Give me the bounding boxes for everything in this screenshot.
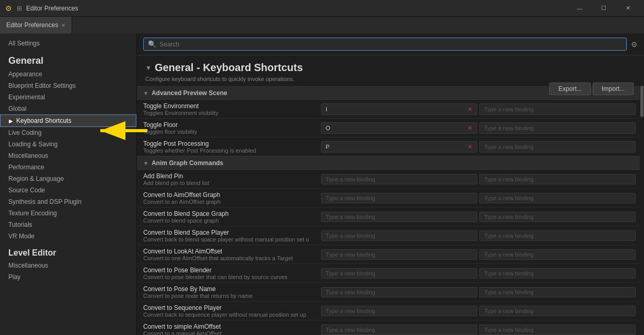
binding-input-2[interactable]: Type a new binding: [479, 193, 636, 203]
shortcut-info: Convert to simple AimOffset Convert to a…: [143, 323, 321, 336]
binding-input-1[interactable]: Type a new binding: [321, 268, 477, 279]
sidebar-item-experimental[interactable]: Experimental: [0, 91, 136, 103]
minimize-button[interactable]: —: [568, 0, 592, 17]
binding-value: I: [326, 106, 465, 112]
shortcut-bindings: O ✕ Type a new binding: [321, 122, 636, 134]
binding-input-1[interactable]: Type a new binding: [321, 287, 477, 297]
binding-input-2[interactable]: Type a new binding: [479, 287, 636, 297]
binding-input-2[interactable]: Type a new binding: [479, 268, 636, 279]
clear-binding-button[interactable]: ✕: [467, 124, 473, 132]
sidebar-all-settings[interactable]: All Settings: [0, 38, 136, 51]
binding-input-2[interactable]: Type a new binding: [479, 122, 636, 134]
sidebar-item-label: Global: [8, 105, 27, 112]
clear-binding-button[interactable]: ✕: [467, 143, 473, 151]
binding-input-1[interactable]: Type a new binding: [321, 325, 477, 335]
binding-placeholder: Type a new binding: [326, 308, 375, 314]
binding-input-2[interactable]: Type a new binding: [479, 249, 636, 260]
binding-placeholder: Type a new binding: [484, 125, 534, 131]
binding-input-2[interactable]: Type a new binding: [479, 103, 636, 115]
sidebar-item-level-editor-misc[interactable]: Miscellaneous: [0, 260, 136, 271]
binding-placeholder: Type a new binding: [326, 214, 375, 220]
sidebar-item-live-coding[interactable]: Live Coding: [0, 127, 136, 138]
sidebar-item-label: Live Coding: [8, 129, 41, 136]
search-icon: 🔍: [148, 40, 156, 48]
sidebar-item-label: Source Code: [8, 187, 45, 194]
binding-placeholder: Type a new binding: [326, 251, 375, 258]
shortcut-desc: Toggles floor visibility: [143, 129, 321, 135]
binding-input-1[interactable]: Type a new binding: [321, 230, 477, 241]
sidebar-item-source-code[interactable]: Source Code: [0, 184, 136, 196]
window-close-button[interactable]: ✕: [616, 0, 640, 17]
binding-input-2[interactable]: Type a new binding: [479, 212, 636, 222]
shortcut-info: Convert to Sequence Player Convert back …: [143, 304, 321, 318]
binding-placeholder: Type a new binding: [326, 289, 375, 295]
section-title: Anim Graph Commands: [152, 159, 223, 167]
page-title: General - Keyboard Shortcuts: [155, 62, 303, 74]
binding-input-2[interactable]: Type a new binding: [479, 141, 636, 153]
sidebar-item-label: Synthesis and DSP Plugin: [8, 198, 82, 205]
binding-input-2[interactable]: Type a new binding: [479, 230, 636, 241]
tab-close-button[interactable]: ✕: [61, 22, 65, 28]
sidebar-item-synthesis-dsp[interactable]: Synthesis and DSP Plugin: [0, 196, 136, 207]
page-title-collapse-icon[interactable]: ▼: [145, 64, 152, 72]
settings-gear-icon[interactable]: ⚙: [631, 40, 638, 49]
editor-preferences-tab[interactable]: Editor Preferences ✕: [0, 17, 72, 33]
binding-input-1[interactable]: Type a new binding: [321, 212, 477, 222]
shortcut-name: Convert to simple AimOffset: [143, 323, 321, 330]
sidebar-item-texture-encoding[interactable]: Texture Encoding: [0, 207, 136, 219]
clear-binding-button[interactable]: ✕: [467, 106, 473, 113]
shortcut-info: Convert to Pose By Name Convert to pose …: [143, 285, 321, 299]
sidebar-item-miscellaneous[interactable]: Miscellaneous: [0, 150, 136, 161]
binding-placeholder: Type a new binding: [484, 251, 534, 258]
binding-value: O: [326, 125, 465, 131]
search-input[interactable]: [159, 41, 622, 48]
import-button[interactable]: Import...: [593, 83, 634, 95]
shortcut-toggle-environment: Toggle Environment Toggles Environment v…: [137, 100, 642, 119]
sidebar-item-appearance[interactable]: Appearance: [0, 68, 136, 80]
section-collapse-icon[interactable]: ▼: [143, 160, 148, 166]
sidebar-item-label: Keyboard Shortcuts: [16, 117, 71, 124]
scrollbar-thumb[interactable]: [640, 86, 643, 117]
sidebar-item-label: Blueprint Editor Settings: [8, 82, 76, 89]
export-button[interactable]: Export...: [549, 83, 591, 95]
binding-input-2[interactable]: Type a new binding: [479, 325, 636, 335]
binding-input-1[interactable]: P ✕: [321, 141, 477, 153]
shortcut-desc: Toggles Environment visibility: [143, 110, 321, 116]
binding-input-1[interactable]: Type a new binding: [321, 306, 477, 316]
sidebar-item-tutorials[interactable]: Tutorials: [0, 219, 136, 230]
shortcut-name: Convert to Pose By Name: [143, 285, 321, 293]
shortcut-bindings: Type a new binding Type a new binding: [321, 306, 636, 316]
sidebar-item-play[interactable]: Play: [0, 271, 136, 283]
sidebar-item-keyboard-shortcuts[interactable]: ▶ Keyboard Shortcuts: [0, 114, 136, 127]
shortcuts-content: ▼ Advanced Preview Scene Toggle Environm…: [137, 86, 644, 335]
binding-input-1[interactable]: Type a new binding: [321, 174, 477, 184]
app-icon: ⚙: [4, 4, 13, 13]
sidebar-item-region-language[interactable]: Region & Language: [0, 173, 136, 184]
section-collapse-icon[interactable]: ▼: [143, 90, 148, 96]
binding-input-1[interactable]: Type a new binding: [321, 249, 477, 260]
sidebar-item-label: Appearance: [8, 71, 42, 78]
title-bar-text: Editor Preferences: [26, 5, 564, 12]
shortcut-info: Add Blend Pin Add blend pin to blend lis…: [143, 172, 321, 186]
binding-input-1[interactable]: I ✕: [321, 103, 477, 115]
sidebar-item-global[interactable]: Global: [0, 103, 136, 114]
search-input-wrapper[interactable]: 🔍: [143, 38, 627, 51]
shortcut-info: Toggle Post Processing Toggles whether P…: [143, 140, 321, 154]
sidebar-item-performance[interactable]: Performance: [0, 161, 136, 173]
binding-placeholder: Type a new binding: [484, 176, 534, 182]
sidebar-item-vr-mode[interactable]: VR Mode: [0, 230, 136, 242]
sidebar-item-label: Texture Encoding: [8, 210, 57, 217]
binding-placeholder: Type a new binding: [326, 195, 375, 201]
binding-input-1[interactable]: O ✕: [321, 122, 477, 134]
binding-placeholder: Type a new binding: [484, 144, 534, 150]
binding-placeholder: Type a new binding: [326, 176, 375, 182]
binding-input-1[interactable]: Type a new binding: [321, 193, 477, 203]
sidebar-item-loading-saving[interactable]: Loading & Saving: [0, 138, 136, 150]
content-area: 🔍 ⚙ ▼ General - Keyboard Shortcuts Confi…: [137, 33, 644, 335]
sidebar-item-label: Tutorials: [8, 221, 32, 228]
maximize-button[interactable]: ☐: [592, 0, 616, 17]
sidebar-item-blueprint-editor-settings[interactable]: Blueprint Editor Settings: [0, 80, 136, 91]
shortcut-info: Convert to Blend Space Graph Convert to …: [143, 210, 321, 224]
binding-input-2[interactable]: Type a new binding: [479, 174, 636, 184]
binding-input-2[interactable]: Type a new binding: [479, 306, 636, 316]
